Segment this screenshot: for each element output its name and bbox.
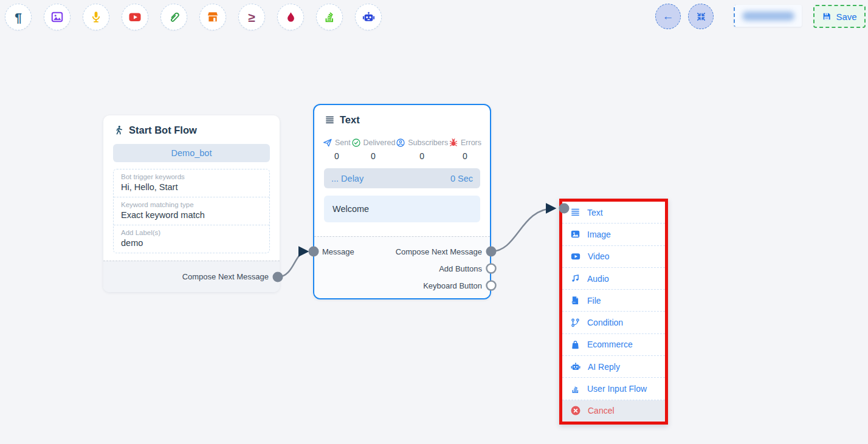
toolbar-ai-reply-button[interactable] bbox=[355, 4, 382, 30]
field-label: Add Label(s) bbox=[121, 229, 262, 236]
field-label: Keyword matching type bbox=[121, 201, 262, 208]
menu-item-label: Image bbox=[587, 230, 611, 239]
menu-item-label: Ecommerce bbox=[587, 340, 633, 349]
stat-value: 0 bbox=[371, 151, 376, 161]
toolbar-user-input-flow-button[interactable] bbox=[316, 4, 343, 30]
start-node-header[interactable]: Start Bot Flow bbox=[103, 115, 280, 142]
walking-person-icon bbox=[114, 125, 124, 136]
toolbar-ecommerce-button[interactable] bbox=[199, 4, 226, 30]
check-circle-icon bbox=[351, 138, 361, 148]
stat-label: Delivered bbox=[363, 138, 396, 147]
shopping-bag-icon bbox=[570, 340, 580, 350]
bug-icon bbox=[449, 138, 458, 148]
save-floppy-icon bbox=[822, 12, 832, 21]
menu-item-file[interactable]: File bbox=[562, 290, 665, 312]
subscriber-icon bbox=[396, 138, 405, 148]
toolbar-audio-button[interactable] bbox=[83, 4, 109, 30]
pilcrow-icon: ¶ bbox=[15, 11, 22, 24]
delay-row[interactable]: ... Delay 0 Sec bbox=[324, 168, 480, 188]
menu-cancel-label: Cancel bbox=[588, 406, 615, 415]
text-node-footer: Message Compose Next Message Add Buttons… bbox=[314, 236, 490, 298]
toolbar-video-button[interactable] bbox=[122, 4, 148, 30]
menu-item-label: AI Reply bbox=[588, 362, 620, 372]
branch-icon bbox=[570, 318, 580, 328]
keyboard-button-output-label: Keyboard Button bbox=[423, 281, 482, 290]
menu-item-label: Text bbox=[587, 208, 603, 217]
menu-item-video[interactable]: Video bbox=[562, 246, 665, 268]
image-icon bbox=[570, 229, 580, 239]
greater-equal-icon: ≥ bbox=[248, 11, 255, 24]
toolbar-text-button[interactable]: ¶ bbox=[5, 4, 32, 30]
droplet-icon bbox=[284, 11, 297, 24]
cancel-circle-icon bbox=[570, 405, 581, 416]
stat-sent: Sent 0 bbox=[323, 138, 351, 161]
stat-subscribers: Subscribers 0 bbox=[396, 138, 448, 161]
add-node-context-menu: Text Image Video Audio bbox=[559, 199, 668, 425]
fit-view-button[interactable] bbox=[688, 4, 714, 29]
message-text: Welcome bbox=[332, 204, 369, 214]
stat-value: 0 bbox=[463, 151, 467, 161]
menu-item-ai-reply[interactable]: AI Reply bbox=[562, 356, 665, 378]
menu-item-audio[interactable]: Audio bbox=[562, 268, 665, 290]
youtube-icon bbox=[128, 10, 142, 24]
compose-next-message-output-label: Compose Next Message bbox=[182, 272, 269, 281]
stat-label: Sent bbox=[335, 138, 351, 147]
menu-item-label: User Input Flow bbox=[587, 384, 647, 394]
text-message-node[interactable]: Text Sent 0 Delivered 0 bbox=[313, 104, 491, 299]
toolbar-condition-button[interactable]: ≥ bbox=[238, 4, 265, 30]
store-icon bbox=[206, 10, 219, 24]
bot-name-button[interactable] bbox=[734, 5, 802, 27]
field-value: demo bbox=[121, 238, 262, 248]
menu-item-image[interactable]: Image bbox=[562, 224, 665, 245]
menu-item-label: File bbox=[587, 296, 601, 306]
hamburger-icon bbox=[325, 115, 335, 125]
stat-label: Subscribers bbox=[408, 138, 448, 147]
start-bot-flow-node[interactable]: Start Bot Flow Demo_bot Bot trigger keyw… bbox=[103, 115, 280, 292]
bot-name-pill[interactable]: Demo_bot bbox=[113, 144, 270, 162]
robot-icon bbox=[570, 361, 581, 372]
menu-item-condition[interactable]: Condition bbox=[562, 312, 665, 333]
save-label: Save bbox=[836, 12, 856, 22]
stack-icon bbox=[570, 384, 580, 394]
stat-label: Errors bbox=[461, 138, 481, 147]
menu-item-label: Video bbox=[588, 251, 610, 261]
back-arrow-icon: ← bbox=[663, 10, 674, 23]
field-keyword-matching-type[interactable]: Keyword matching type Exact keyword matc… bbox=[114, 197, 269, 225]
stat-value: 0 bbox=[419, 151, 424, 161]
text-lines-icon bbox=[570, 207, 580, 217]
paper-plane-icon bbox=[323, 138, 332, 148]
delay-label: ... Delay bbox=[331, 174, 363, 183]
video-play-icon bbox=[570, 251, 581, 262]
stat-value: 0 bbox=[334, 151, 339, 161]
music-note-icon bbox=[570, 273, 580, 284]
field-value: Hi, Hello, Start bbox=[121, 182, 262, 192]
field-label: Bot trigger keywords bbox=[121, 173, 262, 180]
toolbar-delay-button[interactable] bbox=[277, 4, 304, 30]
field-value: Exact keyword match bbox=[121, 210, 262, 220]
field-add-labels[interactable]: Add Label(s) demo bbox=[114, 225, 269, 253]
delay-value: 0 Sec bbox=[450, 174, 473, 183]
save-button[interactable]: Save bbox=[813, 5, 866, 28]
microphone-icon bbox=[89, 10, 103, 24]
start-node-title: Start Bot Flow bbox=[129, 125, 197, 136]
text-node-title: Text bbox=[340, 114, 360, 126]
menu-item-user-input-flow[interactable]: User Input Flow bbox=[562, 378, 665, 400]
compress-icon bbox=[695, 11, 707, 22]
edge-start-to-text bbox=[278, 251, 307, 277]
toolbar-image-button[interactable] bbox=[44, 4, 71, 30]
robot-icon bbox=[362, 10, 376, 24]
image-icon bbox=[50, 10, 64, 24]
message-content-box[interactable]: Welcome bbox=[324, 196, 480, 222]
menu-item-text[interactable]: Text bbox=[562, 202, 665, 224]
field-bot-trigger-keywords[interactable]: Bot trigger keywords Hi, Hello, Start bbox=[114, 169, 269, 197]
back-button[interactable]: ← bbox=[655, 4, 681, 29]
menu-item-ecommerce[interactable]: Ecommerce bbox=[562, 334, 665, 356]
add-buttons-output-label: Add Buttons bbox=[439, 264, 482, 273]
text-node-header[interactable]: Text bbox=[314, 105, 490, 132]
toolbar-file-button[interactable] bbox=[160, 4, 187, 30]
stat-errors: Errors 0 bbox=[449, 138, 481, 161]
menu-item-label: Audio bbox=[587, 274, 609, 284]
edge-text-to-menu bbox=[491, 208, 554, 251]
text-node-stats: Sent 0 Delivered 0 Subscribers bbox=[314, 132, 490, 161]
menu-item-cancel[interactable]: Cancel bbox=[562, 400, 665, 422]
